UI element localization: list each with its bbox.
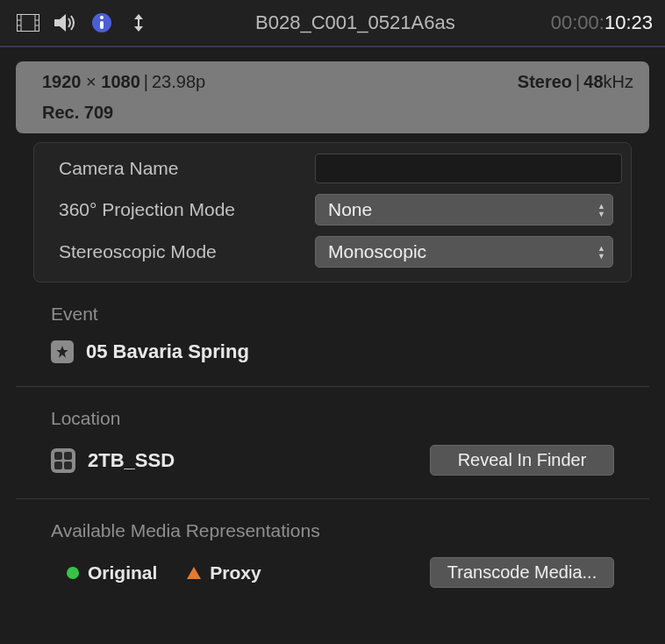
timecode-value: 10:23 — [604, 11, 653, 33]
event-star-icon — [51, 340, 74, 363]
event-section-label: Event — [51, 304, 614, 325]
chevron-updown-icon: ▲▼ — [597, 203, 605, 218]
stereoscopic-mode-select[interactable]: Monoscopic ▲▼ — [315, 236, 613, 268]
timecode-prefix: 00:00: — [551, 11, 604, 33]
transcode-media-button[interactable]: Transcode Media... — [430, 557, 614, 588]
camera-name-label: Camera Name — [43, 158, 315, 179]
proxy-label: Proxy — [210, 562, 261, 583]
projection-mode-select[interactable]: None ▲▼ — [315, 194, 613, 225]
drive-icon — [51, 448, 75, 473]
svg-point-9 — [100, 16, 104, 19]
stereoscopic-mode-value: Monoscopic — [328, 241, 426, 262]
projection-mode-label: 360° Projection Mode — [43, 199, 315, 220]
audio-format: Stereo|48kHz — [518, 72, 633, 92]
projection-mode-row: 360° Projection Mode None ▲▼ — [43, 189, 622, 231]
stereoscopic-mode-label: Stereoscopic Mode — [43, 241, 315, 262]
camera-name-row: Camera Name — [43, 148, 622, 189]
stereoscopic-mode-row: Stereoscopic Mode Monoscopic ▲▼ — [43, 231, 622, 273]
info-inspector-icon[interactable] — [86, 7, 118, 39]
clip-info-strip: 1920 × 1080|23.98p Stereo|48kHz Rec. 709 — [16, 61, 649, 133]
original-label: Original — [88, 562, 157, 583]
chevron-updown-icon: ▲▼ — [597, 245, 605, 260]
location-section-label: Location — [51, 408, 614, 429]
toolbar-divider — [0, 46, 665, 47]
media-representations-label: Available Media Representations — [51, 520, 614, 541]
reveal-in-finder-button[interactable]: Reveal In Finder — [430, 445, 614, 476]
svg-marker-12 — [134, 21, 143, 32]
location-section: Location 2TB_SSD Reveal In Finder — [16, 386, 649, 498]
timecode-display: 00:00:10:23 — [551, 11, 653, 34]
info-row-color: Rec. 709 — [16, 97, 649, 133]
event-section: Event 05 Bavaria Spring — [16, 283, 649, 386]
status-dot-green-icon — [67, 567, 79, 579]
clip-title: B028_C001_0521A6as — [160, 11, 551, 34]
svg-marker-13 — [56, 346, 68, 357]
colorspace-value: Rec. 709 — [42, 103, 113, 122]
info-row-format: 1920 × 1080|23.98p Stereo|48kHz — [16, 61, 649, 97]
status-triangle-orange-icon — [187, 567, 201, 579]
location-name: 2TB_SSD — [88, 449, 175, 472]
video-inspector-icon[interactable] — [12, 7, 44, 39]
event-name: 05 Bavaria Spring — [86, 340, 249, 363]
media-representations-section: Available Media Representations Original… — [16, 498, 649, 611]
resolution-fps: 1920 × 1080|23.98p — [42, 72, 205, 92]
projection-mode-value: None — [328, 199, 372, 220]
svg-rect-10 — [100, 21, 104, 29]
share-inspector-icon[interactable] — [123, 7, 154, 39]
original-media-indicator: Original — [67, 562, 157, 583]
audio-inspector-icon[interactable] — [49, 7, 81, 39]
camera-settings-group: Camera Name 360° Projection Mode None ▲▼… — [33, 142, 632, 283]
proxy-media-indicator: Proxy — [187, 562, 261, 583]
svg-rect-0 — [17, 14, 39, 32]
camera-name-input[interactable] — [315, 154, 622, 183]
inspector-toolbar: B028_C001_0521A6as 00:00:10:23 — [0, 0, 665, 44]
svg-marker-7 — [54, 14, 66, 32]
